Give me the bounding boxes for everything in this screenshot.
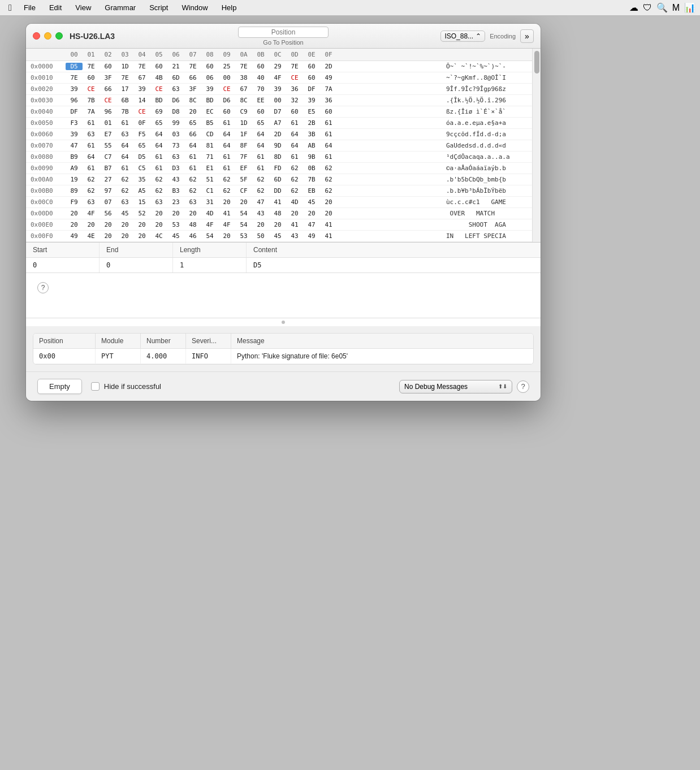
hex-byte[interactable]: EB <box>303 187 320 194</box>
hex-byte[interactable]: 20 <box>184 108 201 115</box>
hex-byte[interactable]: 49 <box>320 74 337 81</box>
hex-byte[interactable]: 60 <box>100 63 116 70</box>
hex-byte[interactable]: 81 <box>201 142 218 149</box>
hex-byte[interactable]: A9 <box>66 165 83 172</box>
debug-messages-select[interactable]: No Debug Messages ⬆⬇ <box>399 380 512 393</box>
hex-byte[interactable]: 7B <box>83 97 100 104</box>
hex-byte[interactable]: 61 <box>116 119 133 127</box>
menu-grammar[interactable]: Grammar <box>99 2 141 13</box>
hex-byte[interactable]: 60 <box>218 108 235 115</box>
hex-byte[interactable]: 8C <box>184 97 201 104</box>
hex-byte[interactable]: 36 <box>286 85 303 93</box>
encoding-select[interactable]: ISO_88... ⌃ <box>440 31 485 42</box>
hex-byte[interactable]: 7E <box>286 63 303 70</box>
hex-row[interactable]: 0x00B089629762A562B362C162CF62DD62EB62.b… <box>26 185 532 197</box>
menu-help[interactable]: Help <box>216 2 243 13</box>
hex-byte[interactable]: 62 <box>184 187 201 194</box>
hex-byte[interactable]: 52 <box>133 210 150 217</box>
menu-window[interactable]: Window <box>176 2 213 13</box>
hex-byte[interactable]: 60 <box>252 108 269 115</box>
hex-row[interactable]: 0x0000D57E601D7E60217E60257E60297E602DÕ~… <box>26 61 532 72</box>
hex-byte[interactable]: EC <box>201 108 218 115</box>
hex-byte[interactable]: 8D <box>269 153 286 161</box>
hex-byte[interactable]: 20 <box>167 210 184 217</box>
hex-byte[interactable]: 43 <box>252 210 269 217</box>
hex-byte[interactable]: 6B <box>116 97 133 104</box>
hex-byte[interactable]: 7E <box>235 63 252 70</box>
question-button[interactable]: ? <box>37 282 49 293</box>
hex-byte[interactable]: 64 <box>286 131 303 138</box>
hex-byte[interactable]: 7B <box>116 108 133 115</box>
hex-byte[interactable]: 7E <box>83 63 100 70</box>
hex-byte[interactable]: 41 <box>320 221 337 228</box>
hex-byte[interactable]: 5F <box>235 176 252 183</box>
hide-if-successful-area[interactable]: Hide if successful <box>91 382 161 391</box>
hex-byte[interactable]: 96 <box>66 97 83 104</box>
hex-byte[interactable]: 7E <box>184 63 201 70</box>
hex-byte[interactable]: 65 <box>184 119 201 127</box>
hex-byte[interactable]: 41 <box>269 198 286 206</box>
hex-byte[interactable]: 4C <box>150 232 167 240</box>
hex-byte[interactable]: 73 <box>167 142 184 149</box>
message-row[interactable]: 0x00PYT4.000INFOPython: 'Fluke signature… <box>33 349 533 364</box>
hex-byte[interactable]: 62 <box>218 187 235 194</box>
hex-row[interactable]: 0x0050F36101610F659965B5611D65A7612B61óa… <box>26 118 532 129</box>
hex-row[interactable]: 0x0080B964C764D561636171617F618D619B61¹d… <box>26 152 532 163</box>
hex-byte[interactable]: 64 <box>252 131 269 138</box>
hex-byte[interactable]: 61 <box>320 119 337 127</box>
hex-byte[interactable]: 65 <box>133 142 150 149</box>
hex-byte[interactable]: 48 <box>184 221 201 228</box>
hex-byte[interactable]: 99 <box>167 119 184 127</box>
scrollbar-thumb[interactable] <box>534 51 539 73</box>
hex-byte[interactable]: 48 <box>269 210 286 217</box>
hex-byte[interactable]: 20 <box>83 221 100 228</box>
hex-byte[interactable]: AB <box>303 142 320 149</box>
hex-byte[interactable]: 60 <box>286 108 303 115</box>
hex-byte[interactable]: 40 <box>252 74 269 81</box>
hex-byte[interactable]: 64 <box>83 153 100 161</box>
hex-byte[interactable]: BD <box>201 97 218 104</box>
hex-byte[interactable]: 64 <box>218 131 235 138</box>
hex-row[interactable]: 0x00A0196227623562436251625F626D627B62.b… <box>26 174 532 185</box>
menu-file[interactable]: File <box>18 2 41 13</box>
hex-byte[interactable]: 64 <box>116 153 133 161</box>
hex-byte[interactable]: 49 <box>303 232 320 240</box>
hex-byte[interactable]: 20 <box>235 198 252 206</box>
hex-byte[interactable]: 60 <box>150 63 167 70</box>
hex-byte[interactable]: 20 <box>184 210 201 217</box>
menu-edit[interactable]: Edit <box>44 2 67 13</box>
hex-byte[interactable]: 3F <box>184 85 201 93</box>
scrollbar[interactable] <box>532 49 541 242</box>
cloud-icon[interactable]: ☁ <box>629 2 638 13</box>
hex-byte[interactable]: CE <box>133 108 150 115</box>
hex-row[interactable]: 0x00E020202020202053484F4F542020414741 S… <box>26 219 532 231</box>
hex-byte[interactable]: D5 <box>66 63 83 70</box>
marks-icon[interactable]: M <box>672 3 680 13</box>
hex-byte[interactable]: 0B <box>303 165 320 172</box>
hex-byte[interactable]: 61 <box>218 153 235 161</box>
hex-byte[interactable]: B5 <box>201 119 218 127</box>
hex-byte[interactable]: 25 <box>218 63 235 70</box>
hex-byte[interactable]: 54 <box>235 210 252 217</box>
hex-byte[interactable]: 32 <box>286 97 303 104</box>
hex-byte[interactable]: 20 <box>133 221 150 228</box>
hex-byte[interactable]: D6 <box>167 97 184 104</box>
hex-byte[interactable]: CE <box>150 85 167 93</box>
hex-byte[interactable]: 1F <box>235 131 252 138</box>
hex-byte[interactable]: EF <box>235 165 252 172</box>
hex-byte[interactable]: 00 <box>269 97 286 104</box>
hex-byte[interactable]: 20 <box>116 221 133 228</box>
hex-byte[interactable]: 7A <box>320 85 337 93</box>
hex-byte[interactable]: 61 <box>286 119 303 127</box>
hex-byte[interactable]: 4E <box>83 232 100 240</box>
hex-byte[interactable]: 20 <box>100 221 116 228</box>
empty-button[interactable]: Empty <box>37 379 82 394</box>
hex-byte[interactable]: 43 <box>286 232 303 240</box>
hex-byte[interactable]: 20 <box>66 210 83 217</box>
hex-byte[interactable]: 21 <box>167 63 184 70</box>
hex-byte[interactable]: 64 <box>150 142 167 149</box>
hex-byte[interactable]: 6D <box>269 176 286 183</box>
hex-byte[interactable]: 61 <box>150 165 167 172</box>
hex-byte[interactable]: C5 <box>133 165 150 172</box>
hex-byte[interactable]: 20 <box>218 232 235 240</box>
